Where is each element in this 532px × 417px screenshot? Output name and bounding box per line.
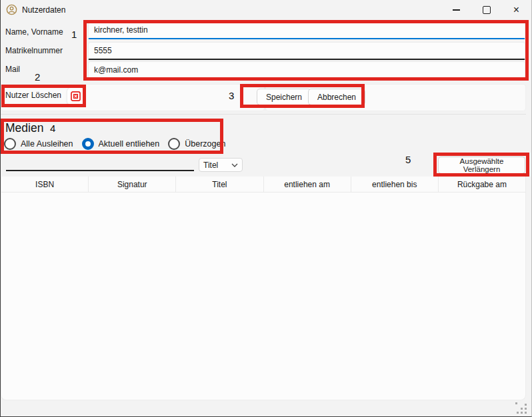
extend-selected-button[interactable]: Ausgewählte Verlängern <box>438 157 525 174</box>
matrikelnummer-label: Matrikelnummer <box>5 46 63 55</box>
window-controls: × <box>441 0 531 20</box>
medien-heading: Medien <box>5 121 43 135</box>
delete-user-button[interactable] <box>67 87 85 105</box>
minimize-line-icon <box>453 9 460 11</box>
user-circle-icon <box>6 4 17 15</box>
section-divider <box>1 114 526 115</box>
annotation-number-3: 3 <box>229 90 234 101</box>
annotation-number-5: 5 <box>405 154 411 165</box>
mail-label: Mail <box>5 65 20 74</box>
save-button[interactable]: Speichern <box>257 89 311 105</box>
nutzerdaten-window: Nutzerdaten × Name, Vorname Matrikelnumm… <box>0 0 532 417</box>
column-header-entliehen-am[interactable]: entliehen am <box>263 177 351 192</box>
search-input[interactable] <box>6 157 194 171</box>
radio-label: Überzogen <box>185 139 225 149</box>
radio-group: Alle AusleihenAktuell entliehenÜberzogen <box>4 137 225 151</box>
filter-combo[interactable]: Titel <box>199 158 243 172</box>
radio-label: Aktuell entliehen <box>99 139 160 149</box>
column-header-entliehen-bis[interactable]: entliehen bis <box>351 177 438 192</box>
annotation-number-4: 4 <box>50 123 55 134</box>
media-table: ISBNSignaturTitelentliehen amentliehen b… <box>1 177 526 400</box>
radio-label: Alle Ausleihen <box>21 139 73 149</box>
radio-aktuell-entliehen[interactable]: Aktuell entliehen <box>82 138 160 150</box>
chevron-down-icon <box>231 163 238 167</box>
name-label: Name, Vorname <box>5 27 63 37</box>
radio-unselected-icon <box>168 138 180 150</box>
size-grip-dots-icon[interactable] <box>515 402 527 414</box>
matrikelnummer-field[interactable] <box>88 42 525 60</box>
minimize-button[interactable] <box>441 0 471 20</box>
column-header-titel[interactable]: Titel <box>175 177 263 192</box>
name-field[interactable] <box>88 21 525 39</box>
cancel-button[interactable]: Abbrechen <box>308 89 365 105</box>
maximize-button[interactable] <box>471 0 501 20</box>
annotation-number-1: 1 <box>71 29 77 40</box>
maximize-square-icon <box>483 6 491 14</box>
table-body <box>1 193 525 400</box>
column-header-signatur[interactable]: Signatur <box>88 177 175 192</box>
close-x-icon: × <box>513 5 519 15</box>
radio-überzogen[interactable]: Überzogen <box>168 138 225 150</box>
table-header-row: ISBNSignaturTitelentliehen amentliehen b… <box>1 177 525 193</box>
window-title: Nutzerdaten <box>22 5 65 15</box>
column-header-rückgabe-am[interactable]: Rückgabe am <box>438 177 525 192</box>
column-header-isbn[interactable]: ISBN <box>1 177 88 192</box>
red-box-x-icon <box>71 91 81 101</box>
close-button[interactable]: × <box>501 0 531 20</box>
delete-user-label: Nutzer Löschen <box>5 91 61 100</box>
filter-combo-value: Titel <box>203 161 218 170</box>
annotation-number-2: 2 <box>35 71 40 83</box>
radio-unselected-icon <box>4 138 16 150</box>
titlebar: Nutzerdaten × <box>1 0 531 20</box>
mail-field[interactable] <box>88 61 525 79</box>
radio-alle-ausleihen[interactable]: Alle Ausleihen <box>4 138 73 150</box>
radio-selected-icon <box>82 138 94 150</box>
